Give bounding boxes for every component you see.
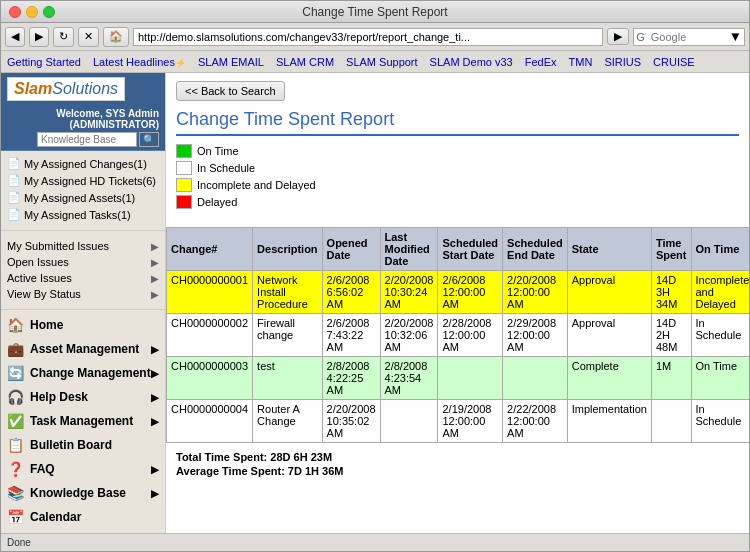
bulletin-icon: 📋 [7, 437, 24, 453]
kb-search-area: 🔍 [7, 132, 159, 147]
sidebar-item-faq[interactable]: ❓ FAQ ▶ [1, 457, 165, 481]
page-icon: 📄 [7, 157, 21, 170]
arrow-icon: ▶ [151, 368, 159, 379]
sidebar-item-kb[interactable]: 📚 Knowledge Base ▶ [1, 481, 165, 505]
col-state: State [567, 228, 651, 271]
back-search-btn[interactable]: << Back to Search [176, 81, 285, 101]
legend-color-green [176, 144, 192, 158]
sidebar-item-change-mgmt[interactable]: 🔄 Change Management ▶ [1, 361, 165, 385]
close-btn[interactable] [9, 6, 21, 18]
minimize-btn[interactable] [26, 6, 38, 18]
sidebar-quick-section: 📄 My Assigned Changes(1) 📄 My Assigned H… [1, 151, 165, 227]
content-header: << Back to Search Change Time Spent Repo… [166, 73, 749, 223]
browser-toolbar: ◀ ▶ ↻ ✕ 🏠 ▶ G ▼ [1, 23, 749, 51]
legend-label-incomplete: Incomplete and Delayed [197, 179, 316, 191]
forward-nav-btn[interactable]: ▶ [29, 27, 49, 47]
sidebar-item-view-status[interactable]: View By Status ▶ [1, 286, 165, 302]
col-sched-start: Scheduled Start Date [438, 228, 503, 271]
legend-on-time: On Time [176, 144, 739, 158]
average-time: Average Time Spent: 7D 1H 36M [176, 465, 739, 477]
sidebar-item-bulletin[interactable]: 📋 Bulletin Board [1, 433, 165, 457]
search-input[interactable] [647, 30, 727, 44]
legend-color-white [176, 161, 192, 175]
sidebar-item-home[interactable]: 🏠 Home [1, 313, 165, 337]
col-time-spent: Time Spent [651, 228, 691, 271]
col-description: Description [253, 228, 323, 271]
table-row: CH0000000003test2/8/2008 4:22:25 AM2/8/2… [167, 357, 750, 400]
bookmark-slam-support[interactable]: SLAM Support [346, 56, 418, 68]
col-modified: Last Modified Date [380, 228, 438, 271]
calendar-icon: 📅 [7, 509, 24, 525]
legend-delayed: Delayed [176, 195, 739, 209]
refresh-btn[interactable]: ↻ [53, 27, 74, 47]
table-header-row: Change# Description Opened Date Last Mod… [167, 228, 750, 271]
bookmark-sirius[interactable]: SIRIUS [604, 56, 641, 68]
faq-icon: ❓ [7, 461, 24, 477]
sidebar-item-helpdesk[interactable]: 🎧 Help Desk ▶ [1, 385, 165, 409]
bookmark-slam-crm[interactable]: SLAM CRM [276, 56, 334, 68]
content-area: << Back to Search Change Time Spent Repo… [166, 73, 749, 533]
arrow-icon: ▶ [151, 273, 159, 284]
window-title: Change Time Spent Report [302, 5, 447, 19]
arrow-icon: ▶ [151, 241, 159, 252]
legend-color-red [176, 195, 192, 209]
col-change: Change# [167, 228, 253, 271]
welcome-text: Welcome, SYS Admin (ADMINISTRATOR) [7, 108, 159, 130]
sidebar-item-active[interactable]: Active Issues ▶ [1, 270, 165, 286]
go-btn[interactable]: ▶ [607, 28, 629, 45]
address-bar[interactable] [133, 28, 603, 46]
legend-in-schedule: In Schedule [176, 161, 739, 175]
kb-icon: 📚 [7, 485, 24, 501]
legend-label-in-schedule: In Schedule [197, 162, 255, 174]
window-controls [9, 6, 55, 18]
sidebar-item-tasks[interactable]: 📄 My Assigned Tasks(1) [1, 206, 165, 223]
bookmark-fedex[interactable]: FedEx [525, 56, 557, 68]
page-icon: 📄 [7, 208, 21, 221]
bookmark-getting-started[interactable]: Getting Started [7, 56, 81, 68]
back-nav-btn[interactable]: ◀ [5, 27, 25, 47]
kb-search-btn[interactable]: 🔍 [139, 132, 159, 147]
sidebar-item-task-mgmt[interactable]: ✅ Task Management ▶ [1, 409, 165, 433]
sidebar-item-submitted[interactable]: My Submitted Issues ▶ [1, 238, 165, 254]
change-icon: 🔄 [7, 365, 24, 381]
home-nav-btn[interactable]: 🏠 [103, 27, 129, 47]
arrow-icon: ▶ [151, 392, 159, 403]
bookmark-cruise[interactable]: CRUISE [653, 56, 695, 68]
search-submit-btn[interactable]: ▼ [727, 29, 744, 44]
sidebar-item-calendar[interactable]: 📅 Calendar [1, 505, 165, 529]
report-title: Change Time Spent Report [176, 109, 739, 136]
sidebar-item-asset-mgmt[interactable]: 💼 Asset Management ▶ [1, 337, 165, 361]
divider-1 [1, 230, 165, 231]
logo: Slam Solutions [7, 77, 125, 101]
logo-slam: Slam [14, 80, 52, 98]
status-bar: Done [1, 533, 749, 551]
page-icon: 📄 [7, 191, 21, 204]
asset-icon: 💼 [7, 341, 24, 357]
bookmarks-bar: Getting Started Latest Headlines SLAM EM… [1, 51, 749, 73]
sidebar-item-assigned-changes[interactable]: 📄 My Assigned Changes(1) [1, 155, 165, 172]
sidebar-item-hd-tickets[interactable]: 📄 My Assigned HD Tickets(6) [1, 172, 165, 189]
arrow-icon: ▶ [151, 464, 159, 475]
welcome-area: Welcome, SYS Admin (ADMINISTRATOR) 🔍 [1, 105, 165, 151]
legend: On Time In Schedule Incomplete and Delay… [176, 144, 739, 209]
sidebar-item-assets[interactable]: 📄 My Assigned Assets(1) [1, 189, 165, 206]
stop-btn[interactable]: ✕ [78, 27, 99, 47]
arrow-icon: ▶ [151, 344, 159, 355]
col-on-time: On Time [691, 228, 749, 271]
table-row: CH0000000002Firewall change2/6/2008 7:43… [167, 314, 750, 357]
bookmark-slam-email[interactable]: SLAM EMAIL [198, 56, 264, 68]
maximize-btn[interactable] [43, 6, 55, 18]
logo-solutions: Solutions [52, 80, 118, 98]
kb-search-input[interactable] [37, 132, 137, 147]
legend-incomplete: Incomplete and Delayed [176, 178, 739, 192]
bookmark-latest-headlines[interactable]: Latest Headlines [93, 56, 186, 68]
page-icon: 📄 [7, 174, 21, 187]
status-text: Done [7, 537, 31, 548]
col-sched-end: Scheduled End Date [503, 228, 568, 271]
sidebar-item-open[interactable]: Open Issues ▶ [1, 254, 165, 270]
bookmark-tmn[interactable]: TMN [569, 56, 593, 68]
bookmark-slam-demo[interactable]: SLAM Demo v33 [430, 56, 513, 68]
arrow-icon: ▶ [151, 488, 159, 499]
home-icon: 🏠 [7, 317, 24, 333]
search-wrapper: G ▼ [633, 28, 745, 46]
